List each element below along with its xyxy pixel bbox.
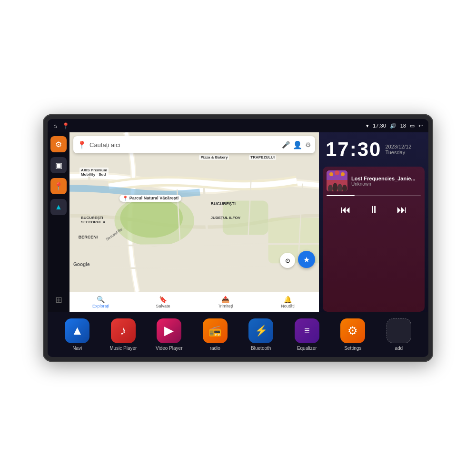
bottom-dock: ▲ Navi ♪ Music Player ▶ Video Player 📻 bbox=[48, 312, 428, 357]
svg-point-17 bbox=[329, 172, 333, 176]
map-location-button[interactable]: ⊙ bbox=[280, 253, 295, 268]
music-label: Music Player bbox=[109, 346, 137, 351]
map-nav-salvate[interactable]: 🔖 Salvate bbox=[132, 294, 194, 310]
music-pause-button[interactable]: ⏸ bbox=[365, 202, 383, 218]
clock-area: 17:30 2023/12/12 Tuesday bbox=[319, 132, 428, 167]
map-search-text[interactable]: Căutați aici bbox=[89, 141, 279, 149]
map-nav-explorați[interactable]: 🔍 Explorați bbox=[69, 294, 132, 310]
google-logo: Google bbox=[73, 262, 89, 267]
bluetooth-label: Bluetooth bbox=[251, 346, 271, 351]
settings-dock-icon: ⚙ bbox=[347, 324, 358, 337]
map-status-icon[interactable]: 📍 bbox=[62, 122, 69, 129]
map-label-pizza: Pizza & Bakery bbox=[199, 155, 229, 160]
explorați-icon: 🔍 bbox=[97, 296, 105, 303]
eq-icon-wrap: ≡ bbox=[295, 318, 319, 343]
map-account-icon[interactable]: 👤 bbox=[293, 140, 302, 149]
volume-icon: 🔊 bbox=[390, 123, 397, 129]
radio-dock-icon: 📻 bbox=[208, 325, 221, 337]
sidebar-settings-button[interactable]: ⚙ bbox=[50, 136, 67, 152]
bt-icon-wrap: ⚡ bbox=[248, 318, 273, 343]
music-title: Lost Frequencies_Janie... bbox=[351, 176, 421, 181]
dock-item-add[interactable]: add bbox=[377, 318, 421, 351]
map-label-sector4: BUCUREȘTISECTORUL 4 bbox=[79, 215, 106, 225]
map-mic-icon[interactable]: 🎤 bbox=[282, 141, 290, 149]
main-area: ⚙ ▣ 📍 ▲ ⊞ bbox=[48, 132, 428, 312]
navi-dock-icon: ▲ bbox=[71, 323, 83, 338]
wifi-icon: ▾ bbox=[366, 123, 369, 129]
music-progress-bar[interactable] bbox=[327, 195, 421, 196]
map-settings-icon[interactable]: ⚙ bbox=[305, 141, 311, 149]
trimiteți-label: Trimiteți bbox=[218, 304, 233, 308]
map-search-pin-icon: 📍 bbox=[77, 140, 87, 149]
battery-number: 18 bbox=[400, 123, 406, 129]
music-text: Lost Frequencies_Janie... Unknown bbox=[351, 176, 421, 187]
album-art-image bbox=[327, 170, 347, 191]
equalizer-label: Equalizer bbox=[297, 346, 317, 351]
map-area[interactable]: AXIS PremiumMobility - Sud 📍 Parcul Natu… bbox=[69, 132, 319, 292]
sidebar-files-button[interactable]: ▣ bbox=[50, 157, 67, 173]
music-info: Lost Frequencies_Janie... Unknown bbox=[327, 170, 421, 191]
music-next-button[interactable]: ⏭ bbox=[393, 202, 411, 218]
back-icon[interactable]: ↩ bbox=[418, 123, 423, 129]
dock-item-music[interactable]: ♪ Music Player bbox=[101, 318, 146, 351]
dock-item-radio[interactable]: 📻 radio bbox=[193, 318, 238, 351]
dock-item-bluetooth[interactable]: ⚡ Bluetooth bbox=[239, 318, 283, 351]
maps-icon: 📍 bbox=[54, 182, 63, 191]
dock-item-navi[interactable]: ▲ Navi bbox=[55, 318, 99, 351]
music-player-widget: Lost Frequencies_Janie... Unknown ⏮ ⏸ ⏭ bbox=[323, 167, 425, 312]
device: ⌂ 📍 ▾ 17:30 🔊 18 ▭ ↩ ⚙ ▣ bbox=[43, 114, 433, 362]
navi-icon: ▲ bbox=[55, 203, 62, 211]
map-nav-noutăți[interactable]: 🔔 Noutăți bbox=[257, 294, 319, 310]
settings-icon: ⚙ bbox=[55, 140, 62, 149]
equalizer-dock-icon: ≡ bbox=[304, 325, 310, 336]
map-background bbox=[69, 132, 319, 292]
explorați-label: Explorați bbox=[92, 304, 109, 308]
battery-icon: ▭ bbox=[410, 123, 415, 129]
trimiteți-icon: 📤 bbox=[221, 296, 229, 303]
salvate-icon: 🔖 bbox=[159, 296, 167, 303]
bluetooth-dock-icon: ⚡ bbox=[255, 325, 268, 337]
map-label-ilfov: JUDEȚUL ILFOV bbox=[209, 215, 242, 220]
map-navigate-fab[interactable]: ★ bbox=[298, 251, 315, 268]
map-label-buc: BUCUREȘTI bbox=[209, 201, 237, 207]
settings-label: Settings bbox=[344, 346, 361, 351]
dock-item-settings[interactable]: ⚙ Settings bbox=[331, 318, 375, 351]
map-search-bar[interactable]: 📍 Căutați aici 🎤 👤 ⚙ bbox=[73, 136, 315, 153]
dock-item-equalizer[interactable]: ≡ Equalizer bbox=[285, 318, 329, 351]
album-art bbox=[327, 170, 347, 191]
video-dock-icon: ▶ bbox=[164, 323, 174, 338]
settings-icon-wrap: ⚙ bbox=[340, 318, 365, 343]
status-bar: ⌂ 📍 ▾ 17:30 🔊 18 ▭ ↩ bbox=[48, 119, 428, 132]
map-nav-bar: 🔍 Explorați 🔖 Salvate 📤 Trimiteți 🔔 Nout… bbox=[69, 292, 319, 312]
video-label: Video Player bbox=[156, 346, 183, 351]
navi-icon-wrap: ▲ bbox=[65, 318, 89, 343]
home-icon[interactable]: ⌂ bbox=[53, 122, 57, 129]
map-label-parcul: 📍 Parcul Natural Văcărești bbox=[119, 195, 182, 202]
center-content: AXIS PremiumMobility - Sud 📍 Parcul Natu… bbox=[69, 132, 319, 312]
clock-date-text: 2023/12/12 bbox=[385, 144, 411, 149]
files-icon: ▣ bbox=[55, 161, 62, 170]
left-sidebar: ⚙ ▣ 📍 ▲ ⊞ bbox=[48, 132, 69, 312]
navigate-icon: ★ bbox=[303, 255, 310, 264]
sidebar-navi-button[interactable]: ▲ bbox=[50, 199, 67, 215]
radio-icon-wrap: 📻 bbox=[203, 318, 228, 343]
map-label-berceni: BERCENI bbox=[77, 234, 99, 240]
sidebar-grid-button[interactable]: ⊞ bbox=[50, 292, 67, 308]
clock-time: 17:30 bbox=[326, 138, 381, 161]
svg-point-18 bbox=[335, 170, 339, 175]
add-icon-wrap bbox=[387, 318, 411, 343]
dock-item-video[interactable]: ▶ Video Player bbox=[147, 318, 191, 351]
navi-label: Navi bbox=[72, 346, 82, 351]
map-nav-trimiteți[interactable]: 📤 Trimiteți bbox=[194, 294, 257, 310]
music-prev-button[interactable]: ⏮ bbox=[337, 202, 355, 218]
music-dock-icon: ♪ bbox=[120, 323, 126, 338]
map-label-axis: AXIS PremiumMobility - Sud bbox=[79, 168, 109, 177]
sidebar-maps-button[interactable]: 📍 bbox=[50, 178, 67, 194]
music-artist: Unknown bbox=[351, 181, 421, 187]
music-icon-wrap: ♪ bbox=[111, 318, 136, 343]
noutăți-label: Noutăți bbox=[281, 304, 295, 308]
right-panel: 17:30 2023/12/12 Tuesday bbox=[319, 132, 428, 312]
location-icon: ⊙ bbox=[285, 257, 290, 264]
video-icon-wrap: ▶ bbox=[157, 318, 181, 343]
svg-point-2 bbox=[120, 198, 183, 238]
